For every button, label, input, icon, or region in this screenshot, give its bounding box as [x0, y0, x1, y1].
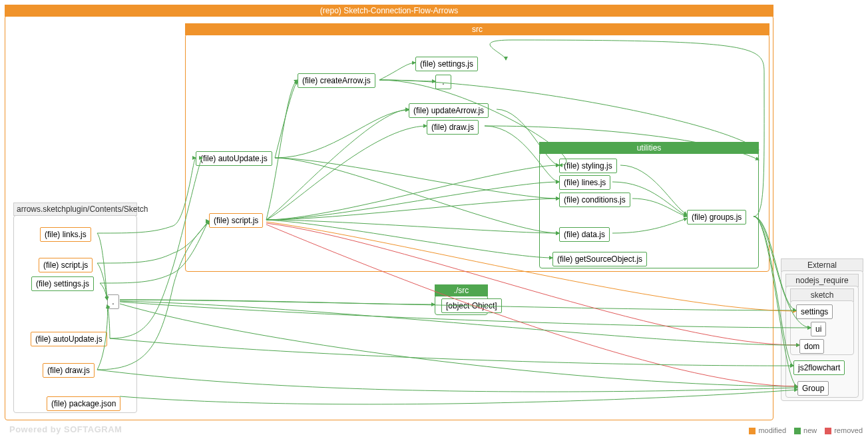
file-data[interactable]: (file) data.js	[559, 227, 610, 242]
file-script-sp[interactable]: (file) script.js	[39, 258, 93, 272]
nodejs-require-header: nodejs_require	[785, 274, 859, 287]
file-lines[interactable]: (file) lines.js	[559, 175, 610, 190]
file-package-json[interactable]: (file) package.json	[47, 396, 120, 411]
legend: modified new removed	[749, 426, 863, 434]
file-script-src[interactable]: (file) script.js	[209, 213, 263, 228]
legend-modified: modified	[749, 426, 786, 434]
watermark: Powered by SOFTAGRAM	[9, 424, 122, 434]
legend-new: new	[794, 426, 817, 434]
ext-dom[interactable]: dom	[799, 339, 824, 354]
external-header: External	[781, 258, 863, 272]
file-autoUpdate-src[interactable]: (file) autoUpdate.js	[196, 151, 272, 166]
ext-ui[interactable]: ui	[811, 322, 826, 336]
ext-js2flowchart[interactable]: js2flowchart	[793, 360, 845, 375]
file-createArrow[interactable]: (file) createArrow.js	[298, 73, 375, 88]
file-conditions[interactable]: (file) conditions.js	[559, 193, 630, 207]
legend-removed: removed	[825, 426, 863, 434]
file-updateArrow[interactable]: (file) updateArrow.js	[409, 103, 489, 118]
file-settings-sp[interactable]: (file) settings.js	[31, 276, 94, 291]
file-draw-src[interactable]: (file) draw.js	[427, 120, 479, 135]
sketchplugin-header: arrows.sketchplugin/Contents/Sketch	[13, 203, 137, 216]
ext-settings[interactable]: settings	[796, 304, 833, 319]
sketchplugin-dot[interactable]: .	[107, 294, 119, 309]
ext-group[interactable]: Group	[797, 381, 829, 396]
file-links-sp[interactable]: (file) links.js	[40, 227, 91, 242]
sketchplugin-region	[13, 215, 137, 413]
dot-src-utilities[interactable]: [object Object]	[441, 298, 502, 313]
sketch-header: sketch	[790, 288, 854, 302]
file-settings-src[interactable]: (file) settings.js	[415, 57, 478, 71]
file-settings-dot[interactable]: .	[435, 75, 451, 89]
file-draw-sp[interactable]: (file) draw.js	[43, 363, 95, 378]
file-styling[interactable]: (file) styling.js	[559, 159, 617, 173]
file-getSourceObject[interactable]: (file) getSourceObject.js	[552, 252, 647, 266]
file-autoUpdate-sp[interactable]: (file) autoUpdate.js	[31, 332, 107, 346]
file-groups[interactable]: (file) groups.js	[687, 210, 746, 224]
